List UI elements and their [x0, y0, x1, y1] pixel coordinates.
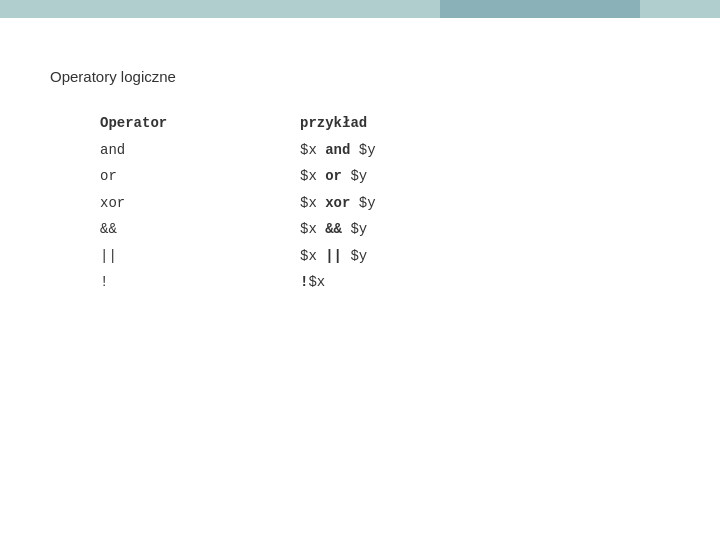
table-row: and$x and $y [100, 139, 670, 161]
operator-cell: xor [100, 192, 300, 214]
operators-table: Operator przykład and$x and $yor$x or $y… [100, 115, 670, 293]
keyword-normal: $y [342, 168, 367, 184]
table-row: xor$x xor $y [100, 192, 670, 214]
keyword-bold: and [325, 142, 350, 158]
operator-cell: || [100, 245, 300, 267]
table-row: &&$x && $y [100, 218, 670, 240]
example-cell: $x xor $y [300, 192, 376, 214]
example-cell: $x and $y [300, 139, 376, 161]
keyword-normal: $x [300, 195, 325, 211]
keyword-normal: $x [300, 168, 325, 184]
header-operator: Operator [100, 115, 300, 131]
top-bar-accent [440, 0, 640, 18]
table-header: Operator przykład [100, 115, 670, 131]
keyword-normal: $x [300, 248, 325, 264]
page-content: Operatory logiczne Operator przykład and… [0, 18, 720, 540]
keyword-normal: $x [300, 142, 325, 158]
keyword-bold: xor [325, 195, 350, 211]
operator-cell: && [100, 218, 300, 240]
keyword-bold: or [325, 168, 342, 184]
table-row: or$x or $y [100, 165, 670, 187]
keyword-bold: && [325, 221, 342, 237]
table-row: ||$x || $y [100, 245, 670, 267]
table-body: and$x and $yor$x or $yxor$x xor $y&&$x &… [100, 139, 670, 293]
keyword-normal: $y [342, 221, 367, 237]
keyword-normal: $x [300, 221, 325, 237]
operator-cell: and [100, 139, 300, 161]
top-bar [0, 0, 720, 18]
operator-cell: ! [100, 271, 300, 293]
keyword-normal: $y [350, 142, 375, 158]
header-example: przykład [300, 115, 367, 131]
keyword-bold: || [325, 248, 342, 264]
keyword-normal: $y [342, 248, 367, 264]
example-cell: $x && $y [300, 218, 367, 240]
example-cell: $x or $y [300, 165, 367, 187]
keyword-normal: $y [350, 195, 375, 211]
table-row: !!$x [100, 271, 670, 293]
example-cell: $x || $y [300, 245, 367, 267]
keyword-normal: $x [308, 274, 325, 290]
operator-cell: or [100, 165, 300, 187]
example-cell: !$x [300, 271, 325, 293]
page-title: Operatory logiczne [50, 68, 670, 85]
